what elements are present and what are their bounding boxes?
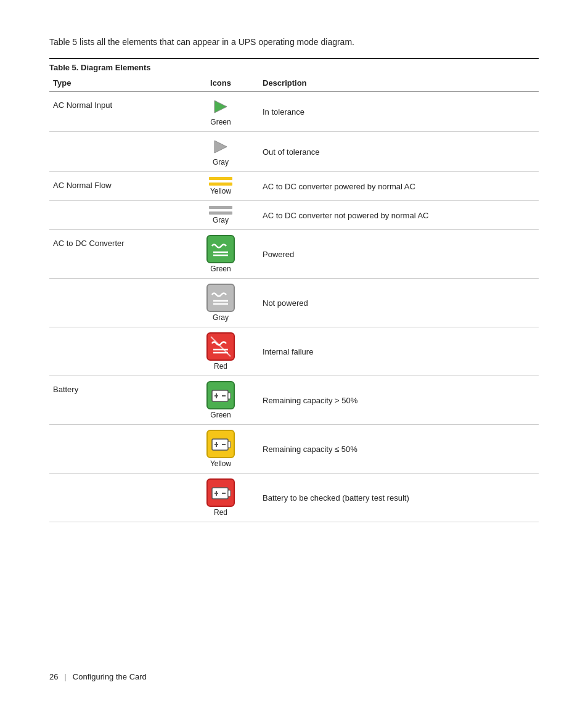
cell-icon: Yellow (185, 172, 259, 201)
cell-type (49, 425, 185, 474)
icon-label: Green (210, 411, 231, 419)
cell-description: AC to DC converter not powered by normal… (259, 201, 539, 230)
table-row: RedInternal failure (49, 327, 539, 376)
cell-description: Remaining capacity ≤ 50% (259, 425, 539, 474)
icon-label: Gray (213, 158, 229, 166)
icon-label: Gray (213, 216, 229, 224)
table-row: GrayOut of tolerance (49, 132, 539, 172)
svg-marker-1 (214, 141, 227, 153)
table-row: AC Normal Flow YellowAC to DC converter … (49, 172, 539, 201)
table-row: GrayNot powered (49, 279, 539, 327)
icon-label: Yellow (210, 459, 231, 468)
cell-description: In tolerance (259, 92, 539, 132)
icon-label: Red (214, 362, 227, 371)
cell-type (49, 201, 185, 230)
table-title: Table 5. Diagram Elements (49, 58, 539, 75)
cell-type (49, 327, 185, 376)
table-row: AC to DC Converter GreenPowered (49, 230, 539, 279)
cell-type: AC to DC Converter (49, 230, 185, 279)
cell-icon: Gray (185, 201, 259, 230)
cell-icon: Green (185, 92, 259, 132)
cell-icon: Yellow (185, 425, 259, 474)
col-icons: Icons (185, 75, 259, 92)
diagram-elements-table: Type Icons Description AC Normal Input G… (49, 75, 539, 522)
cell-icon: Green (185, 230, 259, 279)
cell-icon: Red (185, 474, 259, 522)
icon-label: Gray (213, 313, 229, 322)
cell-description: Remaining capacity > 50% (259, 376, 539, 425)
cell-description: Out of tolerance (259, 132, 539, 172)
cell-icon: Red (185, 327, 259, 376)
col-type: Type (49, 75, 185, 92)
page-number: 26 (49, 672, 58, 681)
svg-marker-0 (214, 101, 227, 113)
table-row: GrayAC to DC converter not powered by no… (49, 201, 539, 230)
cell-type: AC Normal Flow (49, 172, 185, 201)
footer-section: Configuring the Card (73, 672, 147, 681)
icon-label: Green (210, 265, 231, 273)
cell-type: AC Normal Input (49, 92, 185, 132)
cell-icon: Gray (185, 132, 259, 172)
cell-icon: Green (185, 376, 259, 425)
cell-type (49, 132, 185, 172)
cell-description: Internal failure (259, 327, 539, 376)
table-row: AC Normal Input GreenIn tolerance (49, 92, 539, 132)
intro-text: Table 5 lists all the elements that can … (49, 37, 539, 47)
icon-label: Yellow (210, 187, 231, 195)
cell-type: Battery (49, 376, 185, 425)
footer: 26 | Configuring the Card (49, 672, 147, 681)
cell-type (49, 279, 185, 327)
cell-icon: Gray (185, 279, 259, 327)
table-row: Battery GreenRemaining capacity > 50% (49, 376, 539, 425)
cell-type (49, 474, 185, 522)
svg-rect-10 (228, 393, 231, 399)
cell-description: Not powered (259, 279, 539, 327)
cell-description: Powered (259, 230, 539, 279)
table-row: YellowRemaining capacity ≤ 50% (49, 425, 539, 474)
cell-description: Battery to be checked (battery test resu… (259, 474, 539, 522)
svg-rect-19 (212, 488, 228, 499)
col-description: Description (259, 75, 539, 92)
svg-rect-20 (228, 490, 231, 496)
cell-description: AC to DC converter powered by normal AC (259, 172, 539, 201)
svg-rect-14 (212, 439, 228, 450)
icon-label: Green (210, 118, 231, 126)
icon-label: Red (214, 508, 227, 517)
table-row: RedBattery to be checked (battery test r… (49, 474, 539, 522)
footer-divider: | (64, 672, 66, 681)
svg-rect-15 (228, 441, 231, 448)
svg-rect-9 (212, 390, 228, 401)
